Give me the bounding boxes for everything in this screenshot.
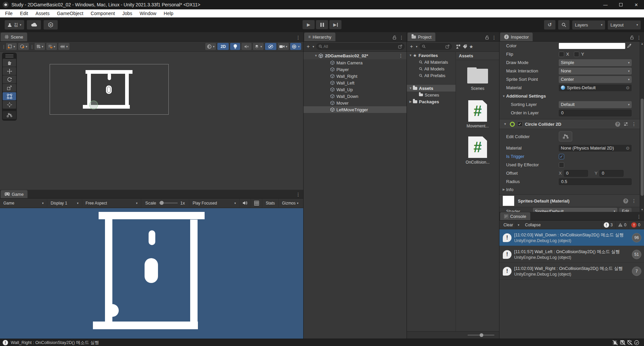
edit-collider-button[interactable]: [559, 131, 572, 141]
2d-toggle[interactable]: 2D: [217, 43, 229, 50]
inspector-kebab-icon[interactable]: ⋮: [637, 35, 641, 40]
project-fav-all-models[interactable]: All Models: [407, 65, 455, 72]
hierarchy-search-input[interactable]: All: [316, 43, 405, 50]
add-dropdown-icon[interactable]: ▾: [416, 45, 418, 48]
hierarchy-item-wall-down[interactable]: Wall_Down: [304, 93, 407, 100]
add-dropdown-icon[interactable]: ▾: [313, 45, 314, 48]
progress-check-icon[interactable]: [634, 340, 639, 345]
hierarchy-item-wall-right[interactable]: Wall_Right: [304, 73, 407, 79]
gizmos-toggle-dropdown[interactable]: ▾: [290, 43, 301, 50]
tool-handle-position-dropdown[interactable]: ▾: [6, 43, 17, 50]
menu-edit[interactable]: Edit: [16, 9, 32, 17]
game-viewport[interactable]: [0, 208, 303, 339]
sorting-layer-dropdown[interactable]: Default▾: [559, 101, 632, 108]
scene-wall-right[interactable]: [125, 72, 129, 107]
menu-help[interactable]: Help: [160, 9, 177, 17]
snap-increment-dropdown[interactable]: ▾: [58, 43, 70, 50]
game-view-dropdown[interactable]: Game▾: [0, 199, 47, 207]
account-button[interactable]: 김 ▾: [5, 20, 24, 30]
play-mode-dropdown[interactable]: Play Focused▾: [189, 199, 239, 207]
log-count-toggle[interactable]: ! 3: [601, 221, 615, 229]
save-search-star-icon[interactable]: ★: [469, 44, 474, 49]
menu-jobs[interactable]: Jobs: [119, 9, 136, 17]
offset-x-input[interactable]: 0: [564, 170, 588, 177]
console-entry[interactable]: ! [11:02:03] Wall_Down : OnCollisionStay…: [499, 229, 644, 246]
version-control-button[interactable]: D: [44, 20, 58, 30]
shader-edit-button[interactable]: Edit: [619, 208, 632, 212]
menu-gameobject[interactable]: GameObject: [53, 9, 87, 17]
sprite-sort-point-dropdown[interactable]: Center▾: [559, 76, 632, 83]
info-foldout[interactable]: ▶ Info: [499, 186, 640, 193]
search-button[interactable]: [558, 20, 570, 30]
tab-hierarchy[interactable]: ≡ Hierarchy: [304, 33, 335, 41]
console-entry[interactable]: ! [11:01:57] Wall_Left : OnCollisionStay…: [499, 246, 644, 263]
console-kebab-icon[interactable]: ⋮: [637, 214, 641, 219]
component-kebab-icon[interactable]: ⋮: [632, 122, 636, 126]
tab-console[interactable]: Console: [500, 212, 530, 220]
flip-x-checkbox[interactable]: [559, 52, 564, 57]
tab-inspector[interactable]: i Inspector: [500, 33, 533, 41]
aspect-dropdown[interactable]: Free Aspect▾: [82, 199, 141, 207]
picker-icon[interactable]: [398, 45, 402, 49]
menu-assets[interactable]: Assets: [32, 9, 53, 17]
draw-mode-dropdown[interactable]: Simple▾: [559, 59, 632, 66]
mask-interaction-dropdown[interactable]: None▾: [559, 68, 632, 74]
tools-drag-handle[interactable]: [5, 55, 13, 57]
project-packages-row[interactable]: ▶ Packages: [407, 98, 455, 105]
asset-zoom-slider[interactable]: [468, 335, 494, 336]
hierarchy-item-main-camera[interactable]: Main Camera: [304, 59, 407, 66]
asset-item-movement-script[interactable]: # Movement...: [456, 91, 499, 128]
game-menu-kebab-icon[interactable]: ⋮: [296, 192, 301, 197]
disclosure-icon[interactable]: ▼: [314, 54, 318, 57]
stats-toggle[interactable]: Stats: [262, 198, 278, 208]
rect-tool[interactable]: [3, 92, 16, 100]
close-button[interactable]: ✕: [629, 0, 644, 9]
draw-mode-dropdown[interactable]: ▾: [205, 43, 216, 50]
auto-refresh-disabled-icon[interactable]: [627, 340, 632, 345]
game-gizmos-dropdown[interactable]: Gizmos▾: [278, 198, 302, 208]
project-favorites-row[interactable]: ▼ ★ Favorites: [407, 52, 455, 59]
lock-icon[interactable]: [485, 36, 489, 40]
material-object-field[interactable]: Sprites-Default ⊙: [559, 84, 632, 91]
menu-file[interactable]: File: [1, 9, 16, 17]
console-entry[interactable]: ! [11:02:03] Wall_Right : OnCollisionSta…: [499, 263, 644, 280]
hand-tool[interactable]: [3, 59, 16, 67]
scene-row-kebab-icon[interactable]: ⋮: [398, 53, 403, 58]
material-kebab-icon[interactable]: ⋮: [632, 198, 636, 203]
lock-icon[interactable]: [630, 36, 634, 40]
hierarchy-kebab-icon[interactable]: ⋮: [399, 35, 404, 40]
maximize-button[interactable]: [613, 0, 629, 9]
used-by-effector-checkbox[interactable]: [559, 162, 564, 168]
tab-game[interactable]: Game: [1, 190, 28, 198]
project-search-input[interactable]: [420, 43, 452, 50]
audio-mute-toggle[interactable]: [241, 43, 252, 50]
hierarchy-add-button[interactable]: ＋: [306, 43, 311, 50]
debugger-disabled-icon[interactable]: [612, 340, 618, 345]
is-trigger-checkbox[interactable]: [559, 154, 564, 159]
scene-player-sprite[interactable]: [106, 85, 112, 94]
project-assets-row[interactable]: ▼ Assets: [407, 85, 455, 92]
step-button[interactable]: ▶: [329, 20, 341, 29]
error-count-toggle[interactable]: ! 0: [629, 221, 643, 229]
undo-history-button[interactable]: ↺: [544, 20, 555, 30]
asset-item-oncollision-script[interactable]: # OnCollision...: [456, 128, 499, 165]
asset-item-scenes[interactable]: Scenes: [456, 60, 499, 91]
presets-icon[interactable]: [624, 122, 628, 126]
project-scenes-row[interactable]: Scenes: [407, 92, 455, 98]
shader-dropdown[interactable]: Sprites/Default▾: [533, 208, 617, 212]
scene-viewport[interactable]: [0, 52, 303, 190]
hierarchy-item-wall-up[interactable]: Wall_Up: [304, 86, 407, 93]
hierarchy-item-wall-left[interactable]: Wall_Left: [304, 79, 407, 86]
component-enabled-checkbox[interactable]: [517, 121, 523, 127]
project-add-button[interactable]: ＋: [409, 43, 414, 50]
layers-dropdown[interactable]: Layers▾: [572, 20, 605, 30]
effects-dropdown[interactable]: ▾: [253, 43, 264, 50]
hierarchy-item-player[interactable]: Player: [304, 66, 407, 73]
color-swatch[interactable]: [559, 43, 625, 49]
status-bar[interactable]: ! Wall_Right : OnCollisionStay2D() 메소드 실…: [0, 339, 644, 346]
pause-button[interactable]: [316, 20, 328, 29]
minimize-button[interactable]: —: [598, 0, 613, 9]
lock-icon[interactable]: [393, 36, 396, 40]
scene-mover-sprite[interactable]: [108, 73, 111, 80]
disclosure-icon[interactable]: ▼: [408, 54, 413, 57]
